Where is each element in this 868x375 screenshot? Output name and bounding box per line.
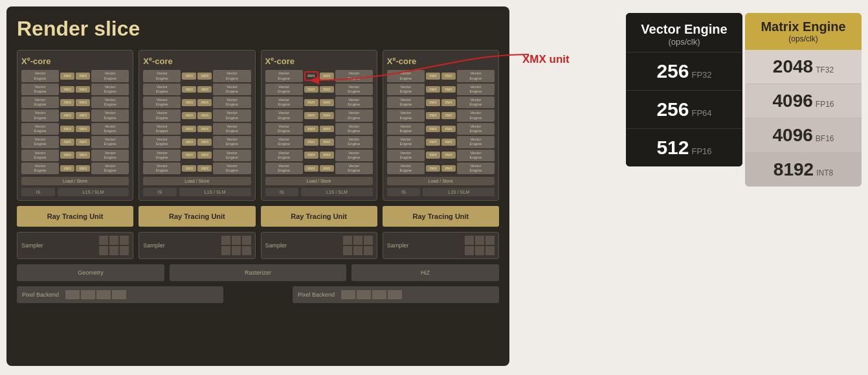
sampler-cell [242, 236, 251, 245]
render-slice-panel: Render slice Xe-core VectorEngine XMX XM… [6, 6, 509, 366]
sampler-block-3: Sampler [261, 232, 377, 259]
ve-stat-fp64: 256 FP64 [626, 90, 742, 128]
vector-box: VectorEngine [213, 163, 250, 174]
pixel-cell [112, 290, 126, 299]
xmx-box-highlighted: XMX [304, 71, 318, 81]
load-store-bar-2: Load / Store [143, 177, 250, 185]
vector-row: VectorEngine XMX XMX VectorEngine [387, 70, 495, 82]
sampler-cell [485, 246, 495, 255]
xmx-box: XMX [320, 126, 334, 133]
me-tf32-value: 2048 [773, 56, 813, 77]
pixel-backend-2: Pixel Backend [293, 286, 499, 303]
me-bf16-unit: BF16 [816, 134, 834, 143]
xmx-box: XMX [426, 165, 440, 172]
ve-stat-fp32: 256 FP32 [626, 52, 742, 90]
pixel-cell [341, 290, 355, 299]
vector-box: VectorEngine [143, 163, 181, 174]
sampler-block-1: Sampler [17, 232, 133, 259]
sampler-grid-1 [99, 236, 129, 255]
xmx-box: XMX [60, 139, 74, 146]
vector-box: VectorEngine [265, 84, 303, 95]
xmx-box: XMX [197, 86, 212, 93]
vector-row: VectorEngine XMX XMX VectorEngine [387, 109, 495, 121]
pixel-backend-1: Pixel Backend [17, 286, 223, 303]
pixel-cell [81, 290, 95, 299]
xe-core-1: Xe-core VectorEngine XMX XMX VectorEngin… [17, 50, 133, 201]
me-stat-int8: 8192 INT8 [745, 153, 862, 187]
geo-ras-row: Geometry Rasterizer HiZ [17, 264, 499, 281]
is-box-3: IS [265, 188, 299, 196]
vector-box: VectorEngine [21, 109, 59, 121]
vector-box: VectorEngine [387, 97, 425, 108]
vector-box: VectorEngine [335, 70, 373, 82]
vector-box: VectorEngine [457, 150, 495, 161]
vector-row: VectorEngine XMX XMX VectorEngine [21, 150, 129, 161]
sampler-cell [465, 246, 474, 255]
matrix-engine-header: Matrix Engine (ops/clk) [745, 13, 862, 50]
ve-fp64-value: 256 [656, 98, 689, 120]
xmx-annotation-label: XMX unit [522, 53, 570, 66]
vector-box: VectorEngine [213, 123, 250, 135]
vector-box: VectorEngine [335, 97, 373, 108]
sampler-cell [221, 236, 230, 245]
vector-row: VectorEngine XMX XMX VectorEngine [143, 109, 250, 121]
vector-box: VectorEngine [387, 150, 425, 161]
vector-box: VectorEngine [143, 150, 181, 161]
vector-row: VectorEngine XMX XMX VectorEngine [21, 136, 129, 148]
xmx-box: XMX [320, 165, 334, 172]
vector-box: VectorEngine [91, 123, 129, 135]
sampler-cell [109, 246, 118, 255]
ray-tracing-row: Ray Tracing Unit Ray Tracing Unit Ray Tr… [17, 206, 499, 227]
vector-row: VectorEngine XMX XMX VectorEngine [265, 84, 373, 95]
sampler-cell [232, 236, 241, 245]
vector-engine-panel: Vector Engine (ops/clk) 256 FP32 256 FP6… [626, 13, 742, 166]
sampler-cell [99, 236, 108, 245]
sampler-label-3: Sampler [265, 242, 287, 249]
pixel-cells-1 [65, 290, 126, 299]
vector-box: VectorEngine [21, 150, 59, 161]
xe-core-4-title: Xe-core [387, 56, 495, 66]
sampler-cell [475, 236, 484, 245]
main-container: Render slice Xe-core VectorEngine XMX XM… [6, 6, 862, 366]
sampler-label-2: Sampler [143, 242, 165, 249]
xmx-box: XMX [441, 165, 456, 172]
xmx-box: XMX [304, 152, 318, 159]
vector-box: VectorEngine [265, 123, 303, 135]
pixel-cell [96, 290, 111, 299]
pixel-row: Pixel Backend Pixel Backend [17, 286, 499, 303]
load-store-bar-1: Load / Store [21, 177, 129, 185]
pixel-backend-label-1: Pixel Backend [22, 291, 59, 298]
vector-box: VectorEngine [387, 163, 425, 174]
me-stat-bf16: 4096 BF16 [745, 119, 862, 153]
sampler-cell [343, 246, 352, 255]
slm-box-1: L1S / SLM [58, 188, 129, 196]
load-store-bar-4: Load / Store [387, 177, 495, 185]
xe-cores-row: Xe-core VectorEngine XMX XMX VectorEngin… [17, 50, 499, 201]
sampler-cell [364, 236, 373, 245]
xmx-box: XMX [182, 112, 196, 119]
matrix-engine-title: Matrix Engine [751, 19, 855, 34]
xmx-box: XMX [182, 73, 196, 80]
ve-fp16-unit: FP16 [691, 146, 711, 156]
me-stat-fp16: 4096 FP16 [745, 84, 862, 119]
xe-core-1-title: Xe-core [21, 56, 129, 66]
vector-box: VectorEngine [213, 70, 250, 82]
xmx-box: XMX [320, 112, 334, 119]
vector-box: VectorEngine [457, 163, 495, 174]
pixel-backend-label-2: Pixel Backend [298, 291, 335, 298]
xmx-box: XMX [76, 99, 90, 106]
vector-box: VectorEngine [143, 109, 181, 121]
xmx-box: XMX [182, 165, 196, 172]
vector-box: VectorEngine [335, 136, 373, 148]
sampler-cell [353, 246, 362, 255]
vector-box: VectorEngine [91, 70, 129, 82]
is-slm-row-4: IS L1S / SLM [387, 188, 495, 196]
vector-box: VectorEngine [457, 123, 495, 135]
xmx-box: XMX [426, 152, 440, 159]
xmx-box: XMX [320, 99, 334, 106]
xmx-box: XMX [441, 139, 456, 146]
me-bf16-value: 4096 [773, 125, 813, 146]
vector-row: VectorEngine XMX XMX VectorEngine [143, 97, 250, 108]
xmx-box: XMX [304, 86, 318, 93]
xmx-box: XMX [304, 165, 318, 172]
